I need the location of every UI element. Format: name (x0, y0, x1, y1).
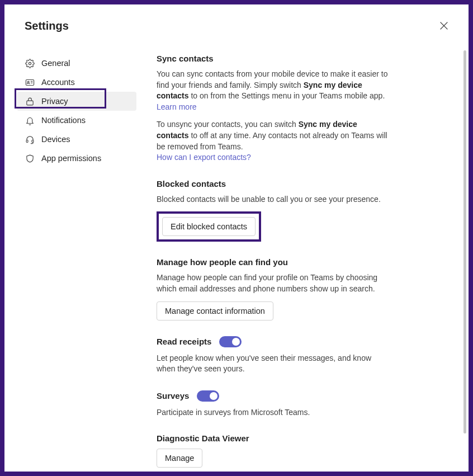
sidebar-item-label: Devices (41, 135, 70, 144)
svg-rect-7 (32, 140, 34, 142)
scrollbar-thumb[interactable] (463, 50, 466, 433)
scrollbar[interactable] (463, 50, 466, 467)
sidebar-item-label: Accounts (41, 78, 75, 87)
sidebar-item-label: General (41, 59, 70, 68)
svg-point-0 (29, 62, 31, 64)
sidebar-item-label: Privacy (41, 97, 68, 106)
manage-contact-information-button[interactable]: Manage contact information (157, 301, 273, 321)
section-heading: Surveys (157, 390, 390, 402)
sidebar-item-label: Notifications (41, 116, 86, 125)
svg-rect-5 (26, 101, 32, 105)
sidebar-item-label: App permissions (41, 154, 101, 163)
sidebar-item-general[interactable]: General (17, 54, 136, 73)
section-surveys: Surveys Participate in surveys from Micr… (157, 390, 390, 418)
page-title: Settings (25, 20, 69, 32)
section-read-receipts: Read receipts Let people know when you'v… (157, 336, 390, 375)
sidebar-item-app-permissions[interactable]: App permissions (17, 149, 136, 168)
tutorial-highlight-button: Edit blocked contacts (157, 211, 261, 242)
section-text: Participate in surveys from Microsoft Te… (157, 407, 390, 418)
sidebar-item-notifications[interactable]: Notifications (17, 111, 136, 130)
section-text: Let people know when you've seen their m… (157, 353, 390, 375)
section-diagnostic-data-viewer: Diagnostic Data Viewer Manage (157, 433, 390, 468)
sidebar-item-accounts[interactable]: Accounts (17, 73, 136, 92)
section-text: You can sync contacts from your mobile d… (157, 69, 390, 112)
svg-rect-1 (26, 79, 34, 85)
lock-icon (25, 96, 35, 106)
section-sync-contacts: Sync contacts You can sync contacts from… (157, 54, 390, 163)
section-heading: Diagnostic Data Viewer (157, 433, 390, 443)
read-receipts-toggle[interactable] (219, 336, 242, 347)
svg-rect-6 (26, 140, 28, 142)
content-area: Sync contacts You can sync contacts from… (136, 50, 469, 472)
shield-icon (25, 153, 35, 163)
headset-icon (25, 134, 35, 144)
section-text: Manage how people can find your profile … (157, 272, 390, 294)
close-icon (440, 22, 448, 30)
edit-blocked-contacts-button[interactable]: Edit blocked contacts (162, 217, 256, 236)
section-heading: Blocked contacts (157, 179, 390, 188)
settings-window: Settings General Accounts (4, 4, 469, 472)
sidebar: General Accounts Privacy (4, 50, 136, 472)
settings-header: Settings (4, 4, 469, 40)
surveys-toggle[interactable] (197, 390, 219, 402)
sidebar-item-devices[interactable]: Devices (17, 130, 136, 149)
export-contacts-link[interactable]: How can I export contacts? (157, 153, 251, 162)
section-heading: Sync contacts (157, 54, 390, 63)
sidebar-item-privacy[interactable]: Privacy (17, 92, 136, 111)
section-manage-find-you: Manage how people can find you Manage ho… (157, 257, 390, 320)
section-blocked-contacts: Blocked contacts Blocked contacts will b… (157, 179, 390, 242)
section-heading: Manage how people can find you (157, 257, 390, 267)
section-text: To unsync your contacts, you can switch … (157, 119, 390, 163)
gear-icon (25, 58, 35, 68)
section-text: Blocked contacts will be unable to call … (157, 194, 390, 205)
manage-diagnostic-button[interactable]: Manage (157, 449, 202, 468)
learn-more-link[interactable]: Learn more (157, 102, 197, 111)
bell-icon (25, 115, 35, 125)
id-card-icon (25, 77, 35, 87)
settings-body: General Accounts Privacy (4, 40, 469, 472)
section-heading: Read receipts (157, 336, 390, 347)
svg-point-2 (27, 81, 29, 83)
close-button[interactable] (435, 17, 453, 35)
